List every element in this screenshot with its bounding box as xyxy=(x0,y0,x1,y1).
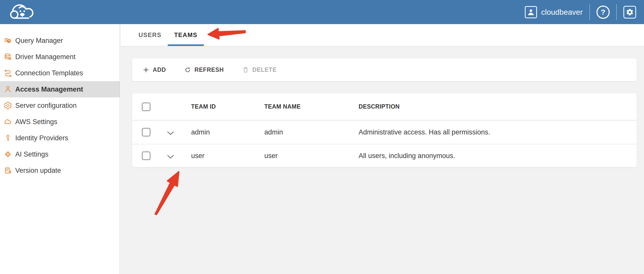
help-glyph: ? xyxy=(601,8,605,16)
cell-description: All users, including anonymous. xyxy=(351,152,637,160)
cell-description: Administrative access. Has all permissio… xyxy=(351,128,637,136)
sidebar-item-connection-templates[interactable]: Connection Templates xyxy=(0,65,120,81)
admin-sidebar: Query Manager Driver Management Connecti… xyxy=(0,24,120,274)
tab-label: USERS xyxy=(139,31,161,39)
ai-chip-icon xyxy=(4,150,12,159)
access-management-panel: USERS TEAMS ADD REFRESH xyxy=(121,24,644,274)
chevron-down-icon[interactable] xyxy=(166,153,175,158)
table-row-user[interactable]: user user All users, including anonymous… xyxy=(132,144,637,167)
trash-icon xyxy=(242,66,249,73)
topbar-right-group: cloudbeaver ? xyxy=(525,4,636,20)
sidebar-item-label: AI Settings xyxy=(15,150,49,158)
sidebar-item-server-configuration[interactable]: Server configuration xyxy=(0,97,120,114)
server-configuration-icon xyxy=(4,101,12,110)
table-row-admin[interactable]: admin admin Administrative access. Has a… xyxy=(132,121,637,144)
driver-management-icon xyxy=(4,53,12,61)
settings-gear-icon[interactable] xyxy=(623,6,636,19)
top-app-bar: cloudbeaver ? xyxy=(0,0,644,24)
aws-cloud-icon xyxy=(4,117,12,126)
sidebar-item-ai-settings[interactable]: AI Settings xyxy=(0,146,120,162)
delete-button-label: DELETE xyxy=(252,66,277,73)
sidebar-item-label: Access Management xyxy=(15,85,83,93)
sidebar-item-label: Connection Templates xyxy=(15,69,83,77)
topbar-divider xyxy=(589,4,590,20)
sidebar-item-version-update[interactable]: Version update xyxy=(0,162,120,179)
chevron-down-icon[interactable] xyxy=(166,130,175,135)
tab-bar: USERS TEAMS xyxy=(121,24,644,46)
column-header-description: DESCRIPTION xyxy=(351,103,637,110)
sidebar-item-aws-settings[interactable]: AWS Settings xyxy=(0,114,120,130)
sidebar-item-label: AWS Settings xyxy=(15,118,57,126)
refresh-button-label: REFRESH xyxy=(194,66,224,73)
cell-team-id: user xyxy=(183,152,257,160)
add-button-label: ADD xyxy=(153,66,166,73)
topbar-divider xyxy=(616,4,617,20)
query-manager-icon xyxy=(4,36,12,45)
teams-content: ADD REFRESH DELETE xyxy=(121,46,644,167)
sidebar-item-label: Query Manager xyxy=(15,37,63,45)
cloudbeaver-logo xyxy=(8,2,36,22)
select-all-checkbox[interactable] xyxy=(142,102,150,111)
column-header-team-id: TEAM ID xyxy=(183,103,257,110)
table-header-row: TEAM ID TEAM NAME DESCRIPTION xyxy=(132,93,637,121)
tab-label: TEAMS xyxy=(174,31,197,39)
row-checkbox[interactable] xyxy=(142,151,150,160)
connection-templates-icon xyxy=(4,69,12,77)
username-label: cloudbeaver xyxy=(541,8,583,16)
sidebar-item-query-manager[interactable]: Query Manager xyxy=(0,32,120,49)
sidebar-item-access-management[interactable]: Access Management xyxy=(0,81,120,97)
sidebar-item-driver-management[interactable]: Driver Management xyxy=(0,49,120,65)
cell-team-id: admin xyxy=(183,128,257,136)
access-management-icon xyxy=(4,85,12,94)
sidebar-item-identity-providers[interactable]: Identity Providers xyxy=(0,130,120,146)
add-button[interactable]: ADD xyxy=(143,66,166,73)
tab-users[interactable]: USERS xyxy=(132,24,168,46)
identity-key-icon xyxy=(4,134,12,142)
teams-toolbar: ADD REFRESH DELETE xyxy=(132,58,637,81)
sidebar-item-label: Driver Management xyxy=(15,53,75,61)
sidebar-item-label: Identity Providers xyxy=(15,134,68,142)
sidebar-item-label: Server configuration xyxy=(15,102,77,110)
delete-button[interactable]: DELETE xyxy=(242,66,277,73)
help-icon[interactable]: ? xyxy=(596,6,610,19)
cell-team-name: user xyxy=(257,152,351,160)
sidebar-item-label: Version update xyxy=(15,167,61,175)
refresh-button[interactable]: REFRESH xyxy=(184,66,224,73)
tab-teams[interactable]: TEAMS xyxy=(168,24,204,46)
user-avatar-icon[interactable] xyxy=(525,6,537,18)
refresh-icon xyxy=(184,66,191,73)
column-header-team-name: TEAM NAME xyxy=(257,103,351,110)
cell-team-name: admin xyxy=(257,128,351,136)
teams-table: TEAM ID TEAM NAME DESCRIPTION admin admi… xyxy=(132,93,637,167)
plus-icon xyxy=(143,66,149,73)
row-checkbox[interactable] xyxy=(142,128,150,136)
version-update-icon xyxy=(4,166,12,175)
